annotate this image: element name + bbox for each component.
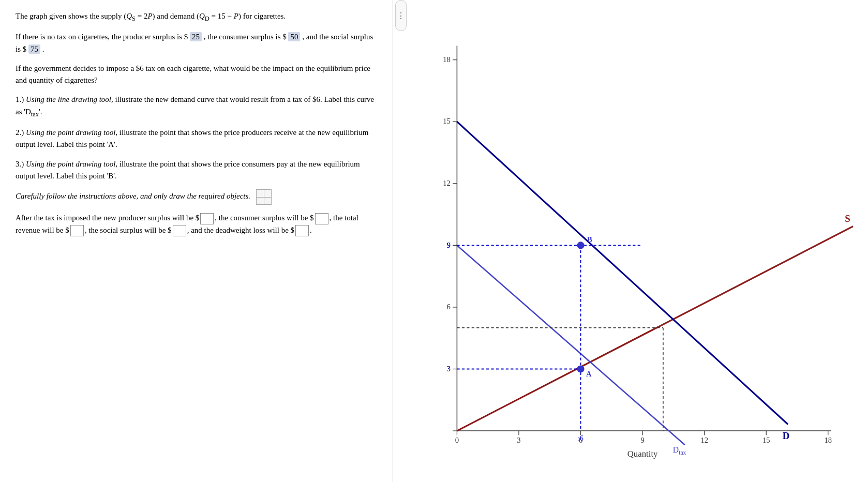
no-tax-text: If there is no tax on cigarettes, the pr… [16, 31, 377, 55]
left-panel: The graph given shows the supply (QS = 2… [0, 0, 393, 482]
dtax-line [457, 245, 684, 445]
input-dwl[interactable] [295, 225, 309, 236]
x-axis-label: Quantity [627, 449, 658, 459]
demand-line [457, 122, 788, 424]
svg-text:9: 9 [640, 436, 644, 444]
govt-text: If the government decides to impose a $6… [16, 63, 377, 87]
point-A-dot [577, 366, 584, 372]
step1-text: 1.) Using the line drawing tool, illustr… [16, 94, 377, 119]
y-label-3: 3 [447, 365, 451, 373]
input-ss[interactable] [173, 225, 186, 236]
x-ticks: 0 3 6 9 12 15 18 [455, 431, 832, 444]
ps-value: 25 [190, 32, 202, 41]
chart-container: 0 3 6 9 12 15 18 3 [419, 19, 864, 463]
intro-text: The graph given shows the supply (QS = 2… [16, 10, 377, 24]
after-tax-text: After the tax is imposed the new produce… [16, 212, 377, 236]
svg-text:3: 3 [517, 436, 520, 444]
grid-icon [256, 189, 272, 205]
point-B-label: B [587, 235, 592, 244]
careful-text: Carefully follow the instructions above,… [16, 189, 377, 205]
svg-text:15: 15 [443, 117, 451, 125]
right-panel: 0 3 6 9 12 15 18 3 [409, 0, 868, 482]
svg-text:6: 6 [446, 303, 450, 311]
ss-value: 75 [28, 44, 40, 54]
x-label-6: :6 [578, 434, 583, 442]
supply-line [457, 227, 853, 431]
y-label-9: 9 [447, 242, 451, 249]
dtax-label: Dtax [673, 445, 686, 456]
supply-label: S [845, 213, 850, 224]
svg-text:18: 18 [443, 55, 451, 64]
demand-label: D [783, 430, 790, 441]
svg-text:15: 15 [762, 436, 770, 444]
point-B-dot [577, 242, 584, 249]
point-A-label: A [586, 370, 592, 378]
svg-text:18: 18 [824, 436, 832, 444]
step2-text: 2.) Using the point drawing tool, illust… [16, 127, 377, 151]
step3-text: 3.) Using the point drawing tool, illust… [16, 158, 377, 183]
cs-value: 50 [288, 32, 300, 41]
divider-button[interactable]: ⋮ [395, 0, 407, 31]
svg-text:12: 12 [443, 179, 451, 187]
svg-text:12: 12 [700, 436, 708, 444]
chart-svg: 0 3 6 9 12 15 18 3 [419, 19, 864, 463]
svg-text:0: 0 [455, 436, 459, 444]
input-tr[interactable] [70, 225, 84, 236]
input-ps[interactable] [200, 213, 214, 224]
input-cs[interactable] [315, 213, 328, 224]
